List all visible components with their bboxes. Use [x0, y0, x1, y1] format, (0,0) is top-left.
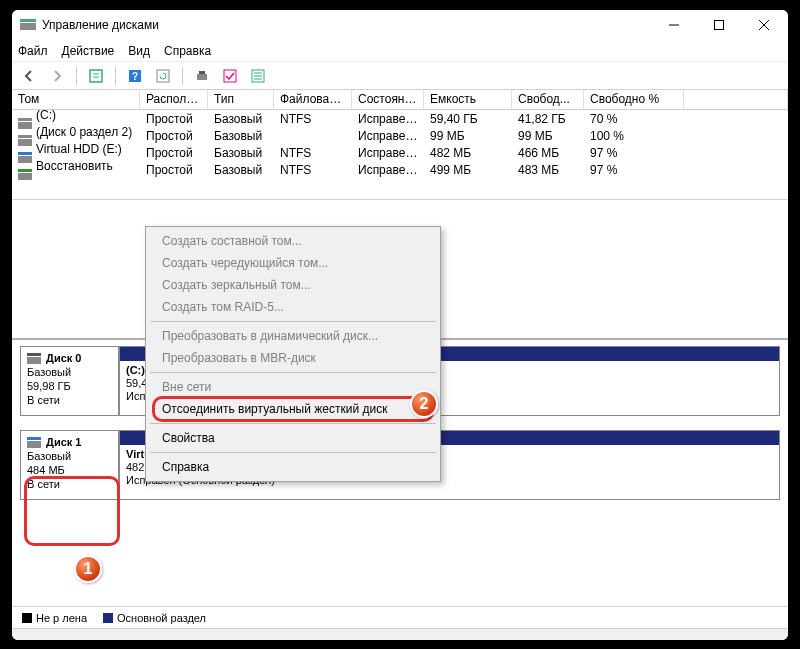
svg-rect-4 — [90, 70, 102, 82]
col-layout[interactable]: Располо... — [140, 90, 208, 109]
back-button[interactable] — [18, 65, 40, 87]
volume-row[interactable]: ВосстановитьПростойБазовыйNTFSИсправен..… — [12, 161, 788, 178]
svg-rect-1 — [714, 21, 723, 30]
disk-0-state: В сети — [27, 394, 60, 406]
volume-layout: Простой — [140, 129, 208, 143]
disk-1-state: В сети — [27, 478, 60, 490]
titlebar: Управление дисками — [12, 10, 788, 40]
disk-0-type: Базовый — [27, 366, 71, 378]
disk-context-menu: Создать составной том... Создать чередую… — [145, 226, 441, 482]
volume-capacity: 99 МБ — [424, 129, 512, 143]
disk-1-type: Базовый — [27, 450, 71, 462]
volume-freepct: 97 % — [584, 146, 684, 160]
volume-type: Базовый — [208, 163, 274, 177]
menubar: Файл Действие Вид Справка — [12, 40, 788, 62]
help-icon[interactable]: ? — [124, 65, 146, 87]
statusbar — [12, 628, 788, 640]
disk-1-header[interactable]: Диск 1 Базовый 484 МБ В сети — [21, 431, 119, 499]
disk-0-header[interactable]: Диск 0 Базовый 59,98 ГБ В сети — [21, 347, 119, 415]
ctx-help[interactable]: Справка — [148, 456, 438, 478]
window-title: Управление дисками — [42, 18, 651, 32]
volume-fs: NTFS — [274, 163, 352, 177]
volume-free: 41,82 ГБ — [512, 112, 584, 126]
volume-status: Исправен... — [352, 163, 424, 177]
col-volume[interactable]: Том — [12, 90, 140, 109]
volume-name: (C:) — [36, 108, 56, 122]
ctx-create-raid5: Создать том RAID-5... — [148, 296, 438, 318]
volume-status: Исправен... — [352, 146, 424, 160]
svg-rect-12 — [224, 70, 236, 82]
col-free[interactable]: Свобод... — [512, 90, 584, 109]
legend-unallocated: Не р лена — [22, 612, 87, 624]
part-c-title: (C:) — [126, 364, 145, 376]
ctx-offline: Вне сети — [148, 376, 438, 398]
ctx-detach-vhd[interactable]: Отсоединить виртуальный жесткий диск — [148, 398, 438, 420]
disk-1-size: 484 МБ — [27, 464, 65, 476]
tool-properties-icon[interactable] — [85, 65, 107, 87]
disk-1-title: Диск 1 — [46, 436, 81, 448]
volume-list[interactable]: (C:)ПростойБазовыйNTFSИсправен...59,40 Г… — [12, 110, 788, 200]
ctx-properties[interactable]: Свойства — [148, 427, 438, 449]
ctx-to-dynamic: Преобразовать в динамический диск... — [148, 325, 438, 347]
disk-0-title: Диск 0 — [46, 352, 81, 364]
list-icon[interactable] — [247, 65, 269, 87]
menu-help[interactable]: Справка — [164, 44, 211, 58]
col-fs[interactable]: Файловая с... — [274, 90, 352, 109]
volume-freepct: 100 % — [584, 129, 684, 143]
ctx-to-mbr: Преобразовать в MBR-диск — [148, 347, 438, 369]
volume-freepct: 70 % — [584, 112, 684, 126]
volume-type: Базовый — [208, 112, 274, 126]
disk-0-size: 59,98 ГБ — [27, 380, 71, 392]
menu-action[interactable]: Действие — [62, 44, 115, 58]
volume-free: 466 МБ — [512, 146, 584, 160]
ctx-create-striped: Создать чередующийся том... — [148, 252, 438, 274]
col-status[interactable]: Состояние — [352, 90, 424, 109]
volume-freepct: 97 % — [584, 163, 684, 177]
volume-layout: Простой — [140, 112, 208, 126]
volume-fs: NTFS — [274, 112, 352, 126]
app-icon — [20, 19, 36, 31]
volume-capacity: 59,40 ГБ — [424, 112, 512, 126]
svg-text:?: ? — [132, 71, 138, 82]
volume-capacity: 499 МБ — [424, 163, 512, 177]
volume-type: Базовый — [208, 129, 274, 143]
volume-layout: Простой — [140, 163, 208, 177]
volume-list-header: Том Располо... Тип Файловая с... Состоян… — [12, 90, 788, 110]
settings-icon[interactable] — [191, 65, 213, 87]
svg-rect-11 — [199, 71, 205, 74]
volume-status: Исправен... — [352, 112, 424, 126]
volume-capacity: 482 МБ — [424, 146, 512, 160]
check-icon[interactable] — [219, 65, 241, 87]
close-button[interactable] — [741, 11, 786, 39]
col-freepct[interactable]: Свободно % — [584, 90, 684, 109]
ctx-create-mirrored: Создать зеркальный том... — [148, 274, 438, 296]
forward-button[interactable] — [46, 65, 68, 87]
minimize-button[interactable] — [651, 11, 696, 39]
volume-status: Исправен... — [352, 129, 424, 143]
volume-free: 483 МБ — [512, 163, 584, 177]
disk-management-window: Управление дисками Файл Действие Вид Спр… — [12, 10, 788, 640]
volume-icon — [18, 169, 32, 180]
toolbar: ? — [12, 62, 788, 90]
col-type[interactable]: Тип — [208, 90, 274, 109]
volume-fs: NTFS — [274, 146, 352, 160]
menu-view[interactable]: Вид — [128, 44, 150, 58]
legend: Не р лена Основной раздел — [12, 606, 788, 628]
refresh-icon[interactable] — [152, 65, 174, 87]
menu-file[interactable]: Файл — [18, 44, 48, 58]
svg-rect-10 — [197, 74, 207, 80]
svg-rect-9 — [157, 70, 169, 82]
col-capacity[interactable]: Емкость — [424, 90, 512, 109]
ctx-create-composite: Создать составной том... — [148, 230, 438, 252]
volume-free: 99 МБ — [512, 129, 584, 143]
volume-type: Базовый — [208, 146, 274, 160]
volume-name: Восстановить — [36, 159, 113, 173]
legend-primary: Основной раздел — [103, 612, 206, 624]
volume-name: (Диск 0 раздел 2) — [36, 125, 132, 139]
maximize-button[interactable] — [696, 11, 741, 39]
volume-name: Virtual HDD (E:) — [36, 142, 122, 156]
volume-layout: Простой — [140, 146, 208, 160]
